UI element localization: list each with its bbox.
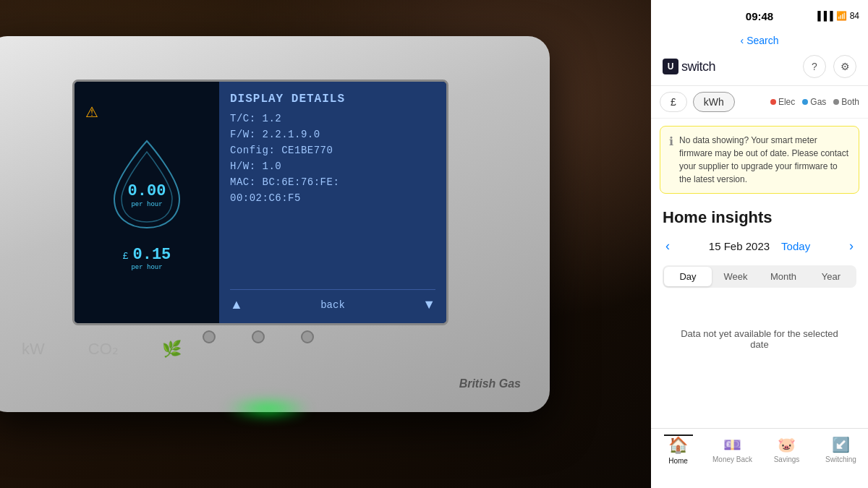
legend-items: Elec Gas Both bbox=[770, 97, 859, 107]
switching-nav-label: Switching bbox=[825, 455, 856, 463]
detail-row-2: F/W: 2.2.1.9.0 bbox=[230, 129, 435, 140]
meter-screen: ⚠ 0.00 per hour £ 0.15 per hour bbox=[72, 80, 448, 325]
detail-row-3: Config: CE1BE770 bbox=[230, 145, 435, 156]
header-row: U switch ? ⚙ bbox=[651, 51, 868, 85]
meter-button-1[interactable] bbox=[203, 330, 216, 343]
wifi-icon: 📶 bbox=[836, 11, 847, 21]
header-action-icons: ? ⚙ bbox=[803, 55, 856, 78]
back-chevron-icon: ‹ bbox=[740, 35, 744, 46]
both-dot bbox=[833, 99, 839, 105]
battery-percentage: 84 bbox=[850, 11, 859, 21]
meter-left-panel: ⚠ 0.00 per hour £ 0.15 per hour bbox=[75, 82, 219, 323]
nav-up-arrow: ▲ bbox=[230, 297, 243, 312]
green-glow bbox=[224, 398, 311, 419]
today-link[interactable]: Today bbox=[781, 240, 810, 252]
water-drop-graphic: 0.00 per hour bbox=[103, 134, 190, 235]
detail-row-1: T/C: 1.2 bbox=[230, 113, 435, 124]
meter-right-panel: DISPLAY DETAILS T/C: 1.2 F/W: 2.2.1.9.0 … bbox=[219, 82, 446, 323]
home-nav-icon: 🏠 bbox=[668, 436, 688, 455]
search-bar[interactable]: ‹ Search bbox=[651, 32, 868, 51]
tab-month[interactable]: Month bbox=[760, 267, 807, 286]
nav-money-back[interactable]: 💷 Money Back bbox=[705, 435, 760, 463]
tab-year[interactable]: Year bbox=[807, 267, 855, 286]
current-date: 15 Feb 2023 bbox=[709, 240, 770, 252]
elec-legend: Elec bbox=[770, 97, 795, 107]
info-banner: ℹ No data showing? Your smart meter firm… bbox=[660, 126, 859, 194]
nav-savings[interactable]: 🐷 Savings bbox=[760, 435, 814, 463]
period-tabs: Day Week Month Year bbox=[663, 265, 856, 288]
home-nav-label: Home bbox=[668, 457, 688, 465]
tab-week[interactable]: Week bbox=[712, 267, 760, 286]
money-back-nav-label: Money Back bbox=[712, 455, 752, 463]
kwh-button[interactable]: kWh bbox=[693, 92, 735, 112]
money-back-nav-icon: 💷 bbox=[723, 436, 741, 453]
nav-switching[interactable]: ↙️ Switching bbox=[814, 435, 868, 463]
insights-section: Home insights ‹ 15 Feb 2023 Today › Day … bbox=[651, 201, 868, 385]
signal-icon: ▐▐▐ bbox=[814, 11, 833, 21]
app-panel: 09:48 ▐▐▐ 📶 84 ‹ Search U switch ? ⚙ £ k… bbox=[651, 0, 868, 488]
gas-label: Gas bbox=[810, 97, 826, 107]
both-label: Both bbox=[841, 97, 859, 107]
date-navigation: ‹ 15 Feb 2023 Today › bbox=[663, 236, 856, 257]
status-bar: 09:48 ▐▐▐ 📶 84 bbox=[651, 0, 868, 32]
unit-toggle-row: £ kWh Elec Gas Both bbox=[651, 86, 868, 119]
leaf-icon: 🌿 bbox=[162, 340, 182, 361]
display-details-title: DISPLAY DETAILS bbox=[230, 93, 435, 106]
status-time: 09:48 bbox=[746, 10, 773, 22]
meter-background: ⚠ 0.00 per hour £ 0.15 per hour bbox=[0, 0, 651, 488]
meter-photo: ⚠ 0.00 per hour £ 0.15 per hour bbox=[0, 0, 651, 488]
switching-nav-icon: ↙️ bbox=[832, 436, 850, 453]
tab-day[interactable]: Day bbox=[664, 267, 712, 286]
nav-home[interactable]: 🏠 Home bbox=[651, 435, 705, 465]
app-header: ‹ Search U switch ? ⚙ bbox=[651, 32, 868, 86]
warning-icon: ⚠ bbox=[85, 103, 98, 121]
meter-button-2[interactable] bbox=[252, 330, 265, 343]
date-nav-center: 15 Feb 2023 Today bbox=[709, 240, 810, 252]
smart-meter-device: ⚠ 0.00 per hour £ 0.15 per hour bbox=[0, 36, 550, 412]
nav-active-indicator bbox=[664, 435, 693, 436]
settings-button[interactable]: ⚙ bbox=[833, 55, 856, 78]
nav-down-arrow: ▼ bbox=[422, 297, 435, 312]
meter-buttons bbox=[203, 330, 314, 343]
pound-button[interactable]: £ bbox=[660, 92, 687, 112]
svg-text:0.00: 0.00 bbox=[128, 182, 166, 200]
elec-label: Elec bbox=[778, 97, 795, 107]
both-legend: Both bbox=[833, 97, 859, 107]
info-icon: ℹ bbox=[669, 134, 673, 186]
meter-bottom-icons: kW CO₂ 🌿 bbox=[22, 340, 182, 361]
no-data-message: Data not yet available for the selected … bbox=[663, 299, 856, 379]
detail-row-5: MAC: BC:6E:76:FE: bbox=[230, 176, 435, 188]
elec-dot bbox=[770, 99, 776, 105]
detail-nav: ▲ back ▼ bbox=[230, 289, 435, 312]
search-label: Search bbox=[746, 35, 778, 46]
svg-text:per hour: per hour bbox=[131, 201, 162, 208]
meter-button-3[interactable] bbox=[301, 330, 314, 343]
next-date-arrow[interactable]: › bbox=[846, 236, 856, 257]
savings-nav-icon: 🐷 bbox=[778, 436, 796, 453]
switch-logo-text: switch bbox=[681, 59, 715, 74]
prev-date-arrow[interactable]: ‹ bbox=[663, 236, 673, 257]
u-logo-box: U bbox=[663, 59, 678, 74]
detail-row-4: H/W: 1.0 bbox=[230, 160, 435, 172]
status-icons: ▐▐▐ 📶 84 bbox=[814, 11, 859, 21]
gas-legend: Gas bbox=[802, 97, 826, 107]
savings-nav-label: Savings bbox=[774, 455, 800, 463]
help-button[interactable]: ? bbox=[803, 55, 826, 78]
info-banner-text: No data showing? Your smart meter firmwa… bbox=[679, 134, 850, 186]
bottom-navigation: 🏠 Home 💷 Money Back 🐷 Savings ↙️ Switchi… bbox=[651, 428, 868, 488]
detail-row-6: 00:02:C6:F5 bbox=[230, 192, 435, 204]
co2-icon: CO₂ bbox=[88, 340, 119, 361]
kw-icon: kW bbox=[22, 340, 45, 361]
uswitch-logo: U switch bbox=[663, 59, 715, 74]
insights-title: Home insights bbox=[663, 208, 856, 227]
back-button[interactable]: back bbox=[320, 299, 345, 311]
gas-dot bbox=[802, 99, 808, 105]
british-gas-logo: British Gas bbox=[459, 377, 521, 390]
